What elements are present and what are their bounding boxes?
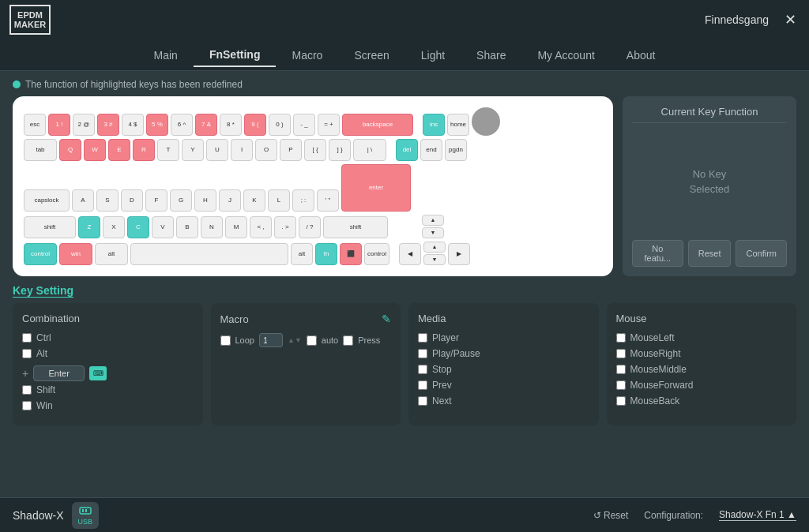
key-n[interactable]: N — [201, 216, 223, 238]
media-stop-checkbox[interactable] — [418, 365, 427, 374]
key-f[interactable]: F — [145, 189, 167, 212]
nav-main[interactable]: Main — [138, 44, 194, 66]
key-arrow-left[interactable]: ◀ — [399, 243, 421, 265]
alt-checkbox[interactable] — [22, 349, 32, 358]
press-checkbox[interactable] — [343, 335, 353, 346]
key-g[interactable]: G — [170, 189, 192, 212]
key-arrow-dn2[interactable]: ▼ — [423, 254, 446, 265]
key-b[interactable]: B — [176, 216, 198, 238]
key-lctrl[interactable]: control — [24, 243, 57, 265]
media-playpause-checkbox[interactable] — [418, 349, 427, 358]
key-w[interactable]: W — [84, 139, 106, 161]
key-x[interactable]: X — [103, 216, 125, 238]
key-backspace[interactable]: backspace — [342, 114, 413, 136]
key-c[interactable]: C — [127, 216, 149, 238]
key-i[interactable]: I — [231, 139, 253, 161]
key-arrow-right[interactable]: ▶ — [448, 243, 470, 265]
key-4[interactable]: 4 $ — [122, 114, 144, 136]
nav-macro[interactable]: Macro — [276, 44, 338, 66]
key-quote[interactable]: ' " — [317, 189, 339, 212]
key-tab[interactable]: tab — [24, 139, 57, 161]
key-lwin[interactable]: win — [59, 243, 92, 265]
loop-checkbox[interactable] — [220, 335, 231, 346]
nav-screen[interactable]: Screen — [338, 44, 404, 66]
key-p[interactable]: P — [280, 139, 302, 161]
key-1[interactable]: 1 ! — [48, 114, 70, 136]
key-minus[interactable]: - _ — [293, 114, 315, 136]
media-player-checkbox[interactable] — [418, 333, 427, 343]
key-2[interactable]: 2 @ — [73, 114, 95, 136]
key-t[interactable]: T — [157, 139, 179, 161]
key-ins[interactable]: ins — [423, 114, 445, 136]
key-7[interactable]: 7 & — [195, 114, 217, 136]
key-backslash[interactable]: | \ — [353, 139, 386, 161]
key-e[interactable]: E — [108, 139, 130, 161]
key-home[interactable]: home — [447, 114, 469, 136]
confirm-key-button[interactable]: Confirm — [736, 240, 787, 267]
macro-edit-icon[interactable]: ✎ — [382, 313, 391, 325]
key-period[interactable]: . > — [274, 216, 296, 238]
key-capslock[interactable]: capslock — [24, 189, 70, 212]
close-button[interactable]: ✕ — [781, 11, 800, 28]
key-q[interactable]: Q — [59, 139, 81, 161]
key-pgdn[interactable]: pgdn — [445, 139, 467, 161]
key-3[interactable]: 3 # — [97, 114, 119, 136]
key-5[interactable]: 5 % — [146, 114, 168, 136]
key-m[interactable]: M — [225, 216, 247, 238]
key-u[interactable]: U — [206, 139, 228, 161]
key-slash[interactable]: / ? — [299, 216, 321, 238]
key-arrow-up[interactable]: ▲ — [422, 215, 444, 226]
config-value-label[interactable]: Shadow-X Fn 1 ▲ — [719, 509, 796, 521]
mouse-left-checkbox[interactable] — [616, 333, 626, 343]
nav-share[interactable]: Share — [461, 44, 521, 66]
nav-fnsetting[interactable]: FnSetting — [194, 43, 277, 67]
key-fn2[interactable]: ⬛ — [340, 243, 362, 265]
key-equals[interactable]: = + — [318, 114, 340, 136]
key-lbracket[interactable]: [ { — [304, 139, 326, 161]
key-end[interactable]: end — [420, 139, 442, 161]
nav-about[interactable]: About — [611, 44, 672, 66]
key-k[interactable]: K — [243, 189, 265, 212]
key-8[interactable]: 8 * — [220, 114, 242, 136]
key-0[interactable]: 0 ) — [269, 114, 291, 136]
key-fn[interactable]: fn — [315, 243, 337, 265]
no-feature-button[interactable]: No featu... — [632, 240, 683, 267]
auto-checkbox[interactable] — [307, 335, 317, 346]
media-next-checkbox[interactable] — [418, 396, 427, 406]
key-enter[interactable]: enter — [341, 164, 411, 212]
mouse-back-checkbox[interactable] — [616, 396, 626, 406]
mouse-right-checkbox[interactable] — [616, 349, 626, 358]
key-s[interactable]: S — [96, 189, 119, 212]
key-rctrl[interactable]: control — [364, 243, 389, 265]
reset-key-button[interactable]: Reset — [688, 240, 732, 267]
key-ralt[interactable]: alt — [291, 243, 313, 265]
key-h[interactable]: H — [194, 189, 216, 212]
key-comma[interactable]: < , — [250, 216, 272, 238]
key-arrow-dn[interactable]: ▼ — [422, 227, 444, 238]
key-arrow-up2[interactable]: ▲ — [423, 242, 446, 253]
key-space[interactable] — [130, 243, 288, 265]
key-lalt[interactable]: alt — [95, 243, 128, 265]
loop-number-input[interactable] — [259, 333, 283, 347]
win-checkbox[interactable] — [22, 401, 32, 410]
mouse-middle-checkbox[interactable] — [616, 365, 626, 374]
key-j[interactable]: J — [219, 189, 241, 212]
nav-myaccount[interactable]: My Account — [521, 44, 610, 66]
key-del[interactable]: del — [396, 139, 418, 161]
combo-key-input[interactable] — [33, 365, 85, 381]
key-9[interactable]: 9 ( — [244, 114, 266, 136]
reset-bottom-button[interactable]: ↺ Reset — [593, 510, 629, 521]
key-z[interactable]: Z — [78, 216, 100, 238]
key-rshift[interactable]: shift — [323, 216, 388, 238]
mouse-forward-checkbox[interactable] — [616, 380, 626, 390]
key-r[interactable]: R — [133, 139, 155, 161]
key-y[interactable]: Y — [182, 139, 204, 161]
key-v[interactable]: V — [152, 216, 174, 238]
ctrl-checkbox[interactable] — [22, 333, 32, 343]
key-lshift[interactable]: shift — [24, 216, 76, 238]
key-rbracket[interactable]: ] } — [329, 139, 351, 161]
shift-checkbox[interactable] — [22, 385, 32, 395]
key-6[interactable]: 6 ^ — [171, 114, 193, 136]
key-esc[interactable]: esc — [24, 114, 46, 136]
media-prev-checkbox[interactable] — [418, 380, 427, 390]
